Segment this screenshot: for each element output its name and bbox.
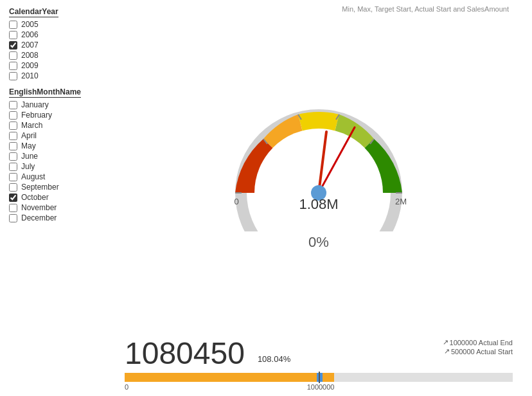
month-checkbox[interactable] [9,152,17,161]
legend-arrow: ↗ [444,347,450,356]
bottom-row: 1080450 108.04% ↗1000000 Actual End↗5000… [125,338,513,369]
year-item[interactable]: 2007 [9,40,109,50]
gauge-area: 0 2M [116,15,522,332]
right-panel: Min, Max, Target Start, Actual Start and… [116,0,532,396]
month-label: February [21,111,52,120]
year-checkbox[interactable] [9,41,17,50]
year-label: 2005 [21,20,39,29]
year-label: 2008 [21,51,39,60]
progress-start-label: 0 [125,383,129,391]
month-label: July [21,162,35,171]
year-filter-title: CalendarYear [9,7,58,17]
year-checkbox[interactable] [9,72,17,80]
year-label: 2010 [21,71,39,80]
year-label: 2007 [21,40,39,50]
year-item[interactable]: 2005 [9,20,109,29]
month-label: January [21,100,49,109]
month-item[interactable]: November [9,203,109,212]
month-filter-section: EnglishMonthName JanuaryFebruaryMarchApr… [9,87,109,222]
month-checkbox[interactable] [9,163,17,171]
year-item[interactable]: 2008 [9,51,109,60]
month-item[interactable]: April [9,131,109,140]
progress-bar-container: 0 1000000 [125,373,513,386]
month-label: April [21,131,37,140]
gauge-container: 0 2M [222,90,415,231]
year-checkbox[interactable] [9,31,17,39]
month-checkbox[interactable] [9,194,17,202]
month-filter-title: EnglishMonthName [9,87,81,98]
month-label: May [21,141,36,150]
year-label: 2006 [21,30,39,39]
year-filter-section: CalendarYear 200520062007200820092010 [9,6,109,80]
month-label: September [21,183,59,192]
gauge-svg: 0 2M [222,90,415,231]
gauge-percent-label: 0% [222,234,415,251]
month-label: June [21,152,38,161]
legend-value: 1000000 Actual End [450,339,513,346]
month-checkbox-list: JanuaryFebruaryMarchAprilMayJuneJulyAugu… [9,100,109,222]
progress-marker [319,372,320,383]
month-item[interactable]: September [9,183,109,192]
svg-text:0: 0 [234,197,238,206]
bottom-section: 1080450 108.04% ↗1000000 Actual End↗5000… [116,332,522,391]
month-checkbox[interactable] [9,132,17,140]
year-item[interactable]: 2006 [9,30,109,39]
month-checkbox[interactable] [9,122,17,130]
year-item[interactable]: 2010 [9,71,109,80]
month-checkbox[interactable] [9,173,17,181]
month-item[interactable]: May [9,141,109,150]
progress-fill-orange [125,373,334,382]
year-checkbox-list: 200520062007200820092010 [9,20,109,80]
month-item[interactable]: March [9,121,109,130]
month-item[interactable]: August [9,172,109,181]
month-label: December [21,213,57,222]
svg-text:1.08M: 1.08M [299,196,338,212]
month-item[interactable]: December [9,213,109,222]
legend-arrow: ↗ [443,338,448,346]
month-label: March [21,121,42,130]
progress-track [125,373,513,382]
month-label: August [21,172,45,181]
legend-area: ↗1000000 Actual End↗500000 Actual Start [443,338,513,356]
month-checkbox[interactable] [9,214,17,222]
svg-text:2M: 2M [395,197,407,206]
month-checkbox[interactable] [9,142,17,150]
legend-item: ↗1000000 Actual End [443,338,513,346]
month-label: November [21,203,57,212]
big-number: 1080450 [125,338,245,369]
year-item[interactable]: 2009 [9,61,109,70]
progress-middle-label: 1000000 [307,383,335,391]
legend-value: 500000 Actual Start [451,348,513,356]
month-item[interactable]: October [9,193,109,202]
left-filter-panel: CalendarYear 200520062007200820092010 En… [0,0,116,396]
month-item[interactable]: June [9,152,109,161]
progress-labels: 0 1000000 [125,383,513,391]
legend-item: ↗500000 Actual Start [443,347,513,356]
month-checkbox[interactable] [9,204,17,212]
month-item[interactable]: January [9,100,109,109]
month-checkbox[interactable] [9,111,17,120]
chart-title: Min, Max, Target Start, Actual Start and… [116,5,522,13]
year-checkbox[interactable] [9,21,17,29]
month-checkbox[interactable] [9,101,17,109]
month-checkbox[interactable] [9,183,17,192]
month-label: October [21,193,49,202]
month-item[interactable]: July [9,162,109,171]
year-checkbox[interactable] [9,51,17,60]
year-label: 2009 [21,61,39,70]
month-item[interactable]: February [9,111,109,120]
year-checkbox[interactable] [9,62,17,70]
percentage-badge: 108.04% [258,354,290,369]
